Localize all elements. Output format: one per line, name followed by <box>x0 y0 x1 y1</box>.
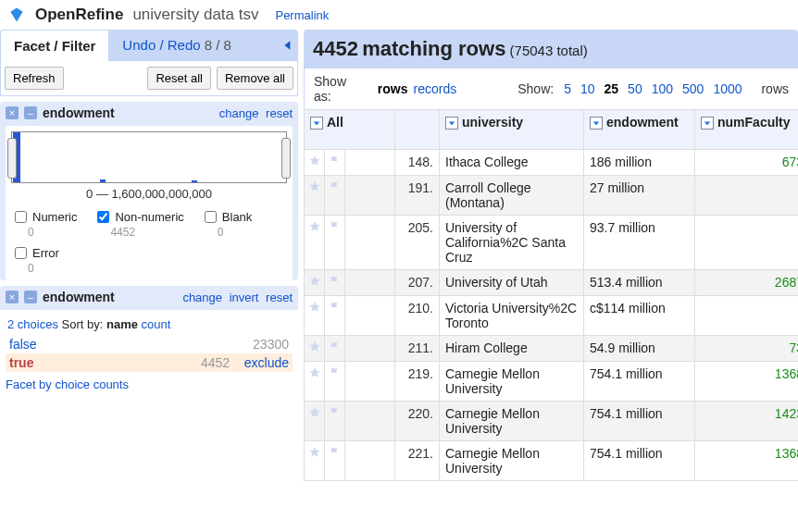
dropdown-icon[interactable] <box>310 117 323 130</box>
cell-university[interactable]: Hiram College <box>440 336 584 362</box>
page-size-100[interactable]: 100 <box>652 81 673 96</box>
total-count: (75043 total) <box>510 43 588 58</box>
remove-all-button[interactable]: Remove all <box>217 67 293 90</box>
cell-numfaculty[interactable] <box>695 176 799 216</box>
flag-icon[interactable] <box>325 336 345 362</box>
show-as-rows[interactable]: rows <box>378 81 408 96</box>
check-error[interactable]: Error <box>11 244 59 262</box>
star-icon[interactable] <box>305 336 325 362</box>
cell-numfaculty[interactable]: 673 <box>695 150 799 176</box>
tab-undo-redo[interactable]: Undo / Redo 8 / 8 <box>109 30 244 61</box>
dropdown-icon[interactable] <box>701 117 714 130</box>
star-icon[interactable] <box>305 150 325 176</box>
facet-reset-link[interactable]: reset <box>266 106 293 120</box>
page-size-10[interactable]: 10 <box>580 81 595 96</box>
page-size-25[interactable]: 25 <box>605 81 619 96</box>
star-icon[interactable] <box>305 362 325 402</box>
facet-title: endowment <box>43 290 115 304</box>
histogram[interactable] <box>11 131 287 183</box>
page-size-5[interactable]: 5 <box>564 81 571 96</box>
cell-endowment[interactable]: 54.9 million <box>584 336 695 362</box>
cell-university[interactable]: Victoria University%2C Toronto <box>440 296 584 336</box>
flag-icon[interactable] <box>325 270 345 296</box>
slider-handle-left[interactable] <box>7 138 17 179</box>
cell-endowment[interactable]: c$114 million <box>584 296 695 336</box>
check-blank[interactable]: Blank <box>201 208 253 226</box>
table-row: 207.University of Utah513.4 million2687 <box>305 270 799 296</box>
flag-icon[interactable] <box>325 362 345 402</box>
flag-icon[interactable] <box>325 296 345 336</box>
dropdown-icon[interactable] <box>590 117 603 130</box>
summary-bar: 4452 matching rows (75043 total) <box>304 30 798 68</box>
tab-facet-filter[interactable]: Facet / Filter <box>0 30 109 61</box>
facet-title: endowment <box>43 105 115 120</box>
show-as-records[interactable]: records <box>414 81 457 96</box>
facet-change-link[interactable]: change <box>182 291 222 304</box>
flag-icon[interactable] <box>325 441 345 481</box>
facet-invert-link[interactable]: invert <box>230 291 259 304</box>
flag-icon[interactable] <box>325 216 345 270</box>
choice-true[interactable]: true 4452 exclude <box>6 353 293 372</box>
cell-university[interactable]: Carnegie Mellon University <box>440 441 584 481</box>
choices-count-link[interactable]: 2 choices <box>7 317 58 331</box>
cell-endowment[interactable]: 93.7 million <box>584 216 695 270</box>
row-index: 219. <box>395 362 440 402</box>
permalink-link[interactable]: Permalink <box>275 8 329 22</box>
cell-endowment[interactable]: 186 million <box>584 150 695 176</box>
star-icon[interactable] <box>305 216 325 270</box>
cell-numfaculty[interactable]: 1368 <box>695 362 799 402</box>
cell-endowment[interactable]: 27 million <box>584 176 695 216</box>
minimize-icon[interactable]: – <box>24 291 37 303</box>
cell-numfaculty[interactable] <box>695 296 799 336</box>
col-endowment[interactable]: endowment <box>584 110 695 150</box>
facet-change-link[interactable]: change <box>219 106 259 120</box>
star-icon[interactable] <box>305 402 325 441</box>
star-icon[interactable] <box>305 176 325 216</box>
flag-icon[interactable] <box>325 176 345 216</box>
close-icon[interactable]: × <box>6 106 19 119</box>
cell-endowment[interactable]: 513.4 million <box>584 270 695 296</box>
cell-university[interactable]: Carnegie Mellon University <box>440 362 584 402</box>
sort-by-label: Sort by: <box>62 317 104 331</box>
cell-endowment[interactable]: 754.1 million <box>584 362 695 402</box>
col-university[interactable]: university <box>440 110 584 150</box>
cell-university[interactable]: Ithaca College <box>440 150 584 176</box>
cell-university[interactable]: University of Utah <box>440 270 584 296</box>
cell-endowment[interactable]: 754.1 million <box>584 402 695 441</box>
star-icon[interactable] <box>305 441 325 481</box>
page-size-500[interactable]: 500 <box>682 81 704 96</box>
cell-numfaculty[interactable]: 1368 <box>695 441 799 481</box>
cell-numfaculty[interactable]: 2687 <box>695 270 799 296</box>
check-numeric[interactable]: Numeric <box>11 208 77 226</box>
facet-reset-link[interactable]: reset <box>266 291 293 304</box>
sort-by-name[interactable]: name <box>106 317 138 331</box>
cell-numfaculty[interactable]: 1423 <box>695 402 799 441</box>
cell-numfaculty[interactable]: 73 <box>695 336 799 362</box>
reset-all-button[interactable]: Reset all <box>147 67 211 90</box>
undo-redo-link[interactable]: Undo / Redo <box>122 37 200 53</box>
close-icon[interactable]: × <box>6 291 19 303</box>
page-size-1000[interactable]: 1000 <box>713 81 742 96</box>
flag-icon[interactable] <box>325 402 345 441</box>
cell-university[interactable]: University of California%2C Santa Cruz <box>440 216 584 270</box>
choice-false[interactable]: false 23300 <box>6 335 293 353</box>
collapse-left-panel[interactable] <box>278 30 298 61</box>
cell-endowment[interactable]: 754.1 million <box>584 441 695 481</box>
exclude-link[interactable]: exclude <box>244 355 289 370</box>
cell-university[interactable]: Carnegie Mellon University <box>440 402 584 441</box>
star-icon[interactable] <box>305 296 325 336</box>
minimize-icon[interactable]: – <box>24 106 37 119</box>
flag-icon[interactable] <box>325 150 345 176</box>
cell-numfaculty[interactable] <box>695 216 799 270</box>
col-numfaculty[interactable]: numFaculty <box>695 110 799 150</box>
dropdown-icon[interactable] <box>445 117 458 130</box>
sort-by-count[interactable]: count <box>142 317 171 331</box>
star-icon[interactable] <box>305 270 325 296</box>
check-nonnumeric[interactable]: Non-numeric <box>94 208 183 226</box>
slider-handle-right[interactable] <box>281 138 291 179</box>
page-size-50[interactable]: 50 <box>628 81 642 96</box>
facet-by-choice-counts[interactable]: Facet by choice counts <box>6 377 129 391</box>
cell-university[interactable]: Carroll College (Montana) <box>440 176 584 216</box>
refresh-button[interactable]: Refresh <box>5 67 64 90</box>
col-all[interactable]: All <box>305 110 395 150</box>
